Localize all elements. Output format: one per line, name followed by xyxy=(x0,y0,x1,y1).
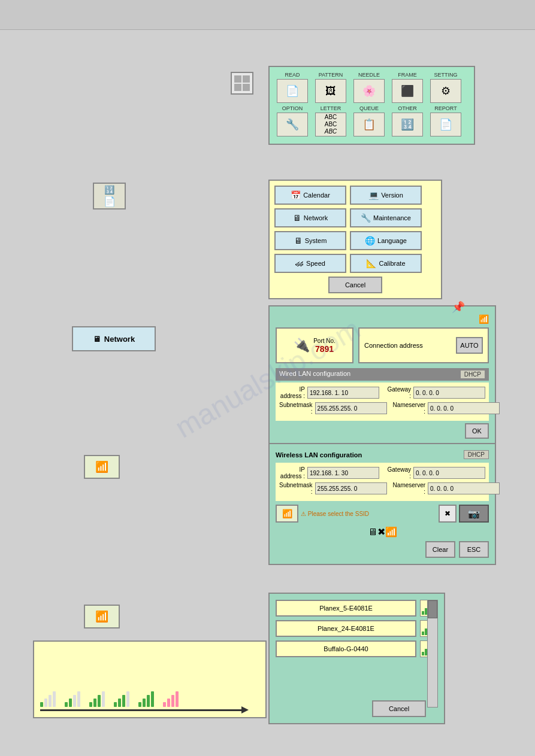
gateway-input[interactable] xyxy=(413,387,485,399)
wireless-gateway-input[interactable] xyxy=(413,467,485,479)
subnet-row: Subnetmask : Nameserver : xyxy=(279,402,485,415)
wireless-panel: Wireless LAN configuration DHCP IP addre… xyxy=(268,443,496,565)
network-settings-icon: 🖥 xyxy=(293,213,301,223)
gateway-label: Gateway : xyxy=(385,386,411,399)
camera-icon[interactable]: 📷 xyxy=(459,505,489,523)
menu-item-option[interactable]: OPTION 🔧 xyxy=(274,105,310,136)
menu-item-report[interactable]: REPORT 📄 xyxy=(428,105,464,136)
ssid-name-button-2[interactable]: Planex_24-E4081E xyxy=(276,620,416,637)
ssid-name-button-1[interactable]: Planex_5-E4081E xyxy=(276,600,416,617)
ssid-cancel-button[interactable]: Cancel xyxy=(372,700,426,717)
wifi-btn2[interactable]: 📶 xyxy=(84,605,120,629)
menu-item-other[interactable]: OTHER 🔢 xyxy=(389,105,425,136)
signal-group-2 xyxy=(65,691,80,707)
version-button[interactable]: 💻 Version xyxy=(350,186,422,205)
port-box: 🔌 Port No. 7891 xyxy=(276,327,353,363)
wired-dhcp-button[interactable]: DHCP xyxy=(460,370,485,379)
speed-icon: 🏎 xyxy=(295,259,304,268)
connection-address-label: Connection address xyxy=(364,342,423,349)
wired-lan-label: Wired LAN configuration xyxy=(279,370,350,379)
calibrate-button[interactable]: 📐 Calibrate xyxy=(350,254,422,273)
grid-icon[interactable] xyxy=(231,72,253,95)
wifi-icon: 📶 xyxy=(95,460,108,473)
settings-row-1: 📅 Calendar 💻 Version xyxy=(274,186,436,205)
ssid-select-button[interactable]: 📶 xyxy=(276,505,298,523)
menu-item-setting[interactable]: SETTING ⚙ xyxy=(428,72,464,103)
wired-lan-header: Wired LAN configuration DHCP xyxy=(276,368,489,381)
wireless-ip-row: IP address : Gateway : xyxy=(279,466,485,479)
ssid-name-button-3[interactable]: Buffalo-G-0440 xyxy=(276,640,416,657)
calendar-button[interactable]: 📅 Calendar xyxy=(274,186,346,205)
nameserver-input[interactable] xyxy=(428,402,500,414)
signal-group-5 xyxy=(138,691,154,707)
system-icon: 🖥 xyxy=(294,236,303,245)
language-icon: 🌐 xyxy=(365,236,375,245)
maintenance-button[interactable]: 🔧 Maintenance xyxy=(350,208,422,227)
connect-status-icon: 🖥✖📶 xyxy=(368,526,397,538)
clear-esc-row: Clear ESC xyxy=(276,541,489,558)
wireless-subnet-row: Subnetmask : Nameserver : xyxy=(279,482,485,495)
clear-button[interactable]: Clear xyxy=(425,541,455,558)
wifi-icon-button[interactable]: 📶 xyxy=(84,455,120,479)
menu-item-read[interactable]: READ 📄 xyxy=(274,72,310,103)
signal-box xyxy=(33,640,267,718)
system-button[interactable]: 🖥 System xyxy=(274,231,346,250)
main-menu-panel: READ 📄 PATTERN 🖼 NEEDLE 🌸 FRAME ⬛ SETTIN… xyxy=(268,66,475,145)
signal-group-6 xyxy=(163,691,179,707)
top-bar xyxy=(0,0,535,30)
ip-input[interactable] xyxy=(307,387,379,399)
ip-row: IP address : Gateway : xyxy=(279,386,485,399)
wireless-header: Wireless LAN configuration DHCP xyxy=(276,450,489,459)
wireless-dhcp-button[interactable]: DHCP xyxy=(464,450,489,459)
ssid-scrollbar[interactable] xyxy=(427,600,438,708)
wireless-nameserver-input[interactable] xyxy=(428,482,500,494)
ssid-item-3: Buffalo-G-0440 xyxy=(276,640,438,657)
ssid-list-panel: Planex_5-E4081E Planex_24-E4081E xyxy=(268,593,445,724)
wireless-lan-label: Wireless LAN configuration xyxy=(276,451,362,459)
wireless-subnetmask-input[interactable] xyxy=(315,482,387,494)
wireless-gateway-label: Gateway : xyxy=(385,466,411,479)
network-settings-button[interactable]: 🖥 Network xyxy=(274,208,346,227)
port-number: 7891 xyxy=(315,344,334,354)
ssid-wifi-icon: 📶 xyxy=(282,509,292,518)
subnetmask-input[interactable] xyxy=(315,402,387,414)
signal-bars-row xyxy=(40,648,259,707)
port-icon: 🔌 xyxy=(294,338,310,353)
ssid-row: 📶 ⚠ Please select the SSID ✖ 📷 xyxy=(276,505,489,523)
network-button[interactable]: 🖥 Network xyxy=(72,326,156,351)
pin-icon: 📌 xyxy=(452,300,465,314)
port-connection-row: 🔌 Port No. 7891 Connection address AUTO xyxy=(276,327,489,363)
calendar-icon: 📅 xyxy=(291,190,301,200)
menu-item-pattern[interactable]: PATTERN 🖼 xyxy=(313,72,349,103)
version-icon: 💻 xyxy=(368,190,379,200)
wireless-ip-label: IP address : xyxy=(279,466,305,479)
ok-button[interactable]: OK xyxy=(465,423,489,439)
maintenance-icon: 🔧 xyxy=(361,213,371,223)
settings-row-3: 🖥 System 🌐 Language xyxy=(274,231,436,250)
svg-rect-0 xyxy=(422,611,424,615)
menu-item-letter[interactable]: LETTER ABCABCABC xyxy=(313,105,349,136)
ssid-item-1: Planex_5-E4081E xyxy=(276,600,438,617)
wireless-ip-input[interactable] xyxy=(307,467,379,479)
scrollbar-thumb[interactable] xyxy=(428,600,437,618)
strength-arrow xyxy=(40,709,259,711)
ssid-cancel-icon[interactable]: ✖ xyxy=(439,505,457,523)
menu-item-queue[interactable]: QUEUE 📋 xyxy=(351,105,387,136)
auto-button[interactable]: AUTO xyxy=(456,337,483,354)
language-button[interactable]: 🌐 Language xyxy=(350,231,422,250)
wireless-lan-config: IP address : Gateway : Subnetmask : Name… xyxy=(276,463,489,501)
menu-item-needle[interactable]: NEEDLE 🌸 xyxy=(351,72,387,103)
nameserver-label: Nameserver : xyxy=(393,402,425,415)
esc-button[interactable]: ESC xyxy=(459,541,489,558)
menu-item-frame[interactable]: FRAME ⬛ xyxy=(389,72,425,103)
signal-group-4 xyxy=(114,691,129,707)
wireless-nameserver-label: Nameserver : xyxy=(393,482,425,495)
network-btn-icon: 🖥 xyxy=(93,335,101,344)
wifi-btn2-icon: 📶 xyxy=(95,610,108,623)
menu-row-2: OPTION 🔧 LETTER ABCABCABC QUEUE 📋 OTHER … xyxy=(274,105,469,136)
x-icon: ✖ xyxy=(445,509,451,518)
ok-btn-row: OK xyxy=(276,423,489,439)
speed-button[interactable]: 🏎 Speed xyxy=(274,254,346,273)
cancel-button[interactable]: Cancel xyxy=(328,277,382,293)
svg-rect-4 xyxy=(422,631,424,635)
